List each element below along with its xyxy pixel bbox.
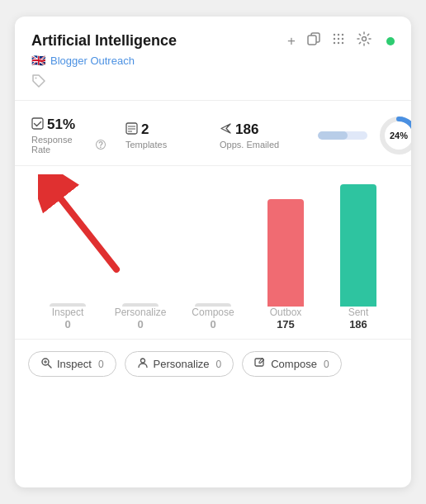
svg-line-23	[49, 365, 52, 368]
chart-label-inspect: Inspect 0	[39, 307, 97, 330]
chart-label-sent: Sent 186	[329, 307, 387, 330]
personalize-button-count: 0	[216, 359, 222, 370]
compose-button[interactable]: Compose 0	[242, 351, 341, 377]
svg-point-26	[140, 359, 144, 363]
metric-templates: 2 Templates	[125, 121, 200, 150]
inspect-button-icon	[40, 357, 52, 371]
personalize-button-label: Personalize	[154, 358, 210, 370]
svg-point-3	[338, 34, 339, 36]
svg-point-2	[334, 34, 335, 36]
chart-label-personalize: Personalize 0	[111, 307, 169, 330]
sub-header: 🇬🇧 Blogger Outreach	[31, 54, 395, 67]
plus-icon[interactable]: +	[287, 33, 296, 50]
progress-bar-container	[314, 131, 372, 140]
checkmark-icon	[31, 117, 44, 132]
main-card: Artificial Intelligence +	[15, 17, 411, 487]
metric-response-rate: 51% Response Rate ?	[31, 116, 106, 155]
templates-value: 2	[125, 121, 149, 138]
svg-point-11	[362, 37, 367, 41]
header-top: Artificial Intelligence +	[31, 31, 395, 50]
chart-area: Inspect 0 Personalize 0 Compose 0 Outbox…	[15, 166, 411, 339]
personalize-button-icon	[137, 357, 149, 371]
metric-opps-emailed: 186 Opps. Emailed	[220, 121, 294, 150]
templates-label: Templates	[125, 140, 167, 150]
svg-point-4	[342, 34, 343, 36]
header-icons: +	[287, 31, 395, 50]
response-rate-label: Response Rate ?	[31, 135, 106, 155]
chart-label-compose: Compose 0	[184, 307, 242, 330]
progress-bar-track	[318, 131, 367, 140]
send-icon	[220, 122, 232, 137]
templates-icon	[125, 122, 138, 137]
svg-point-6	[338, 38, 339, 40]
page-title: Artificial Intelligence	[31, 32, 177, 50]
chart-label-outbox: Outbox 175	[257, 307, 315, 330]
compose-button-count: 0	[324, 359, 329, 370]
metrics-row: 51% Response Rate ? 2	[15, 101, 411, 166]
chart-bars	[31, 174, 395, 307]
subtitle[interactable]: Blogger Outreach	[50, 55, 135, 67]
info-icon[interactable]: ?	[96, 140, 106, 150]
opps-emailed-label: Opps. Emailed	[220, 140, 279, 150]
bar-outbox	[267, 199, 304, 307]
copy-icon[interactable]	[307, 32, 320, 50]
progress-bar-fill	[318, 131, 348, 140]
svg-point-10	[342, 42, 343, 44]
chart-labels: Inspect 0 Personalize 0 Compose 0 Outbox…	[31, 307, 395, 339]
inspect-button[interactable]: Inspect 0	[28, 351, 116, 377]
grid-icon[interactable]	[332, 32, 345, 50]
svg-point-5	[334, 38, 335, 40]
inspect-button-label: Inspect	[57, 358, 92, 370]
tag-icon[interactable]	[31, 74, 395, 92]
bar-sent	[340, 184, 376, 307]
opps-emailed-value: 186	[220, 121, 258, 138]
donut-label: 24%	[390, 131, 408, 140]
settings-icon[interactable]	[357, 31, 372, 50]
response-rate-value: 51%	[31, 116, 75, 133]
bar-group-sent	[340, 184, 376, 307]
svg-point-8	[334, 42, 335, 44]
svg-point-9	[338, 42, 339, 44]
svg-rect-1	[308, 36, 316, 45]
personalize-button[interactable]: Personalize 0	[125, 351, 234, 377]
svg-point-12	[36, 78, 37, 79]
svg-point-7	[342, 38, 343, 40]
compose-button-icon	[254, 357, 266, 371]
compose-button-label: Compose	[271, 358, 317, 370]
status-dot	[386, 37, 395, 45]
card-header: Artificial Intelligence +	[15, 17, 411, 101]
flag-icon: 🇬🇧	[31, 54, 45, 67]
donut-chart: 24%	[378, 114, 411, 157]
bar-group-outbox	[267, 199, 304, 307]
footer-buttons: Inspect 0 Personalize 0 Compose 0	[15, 339, 411, 388]
inspect-button-count: 0	[98, 359, 104, 370]
